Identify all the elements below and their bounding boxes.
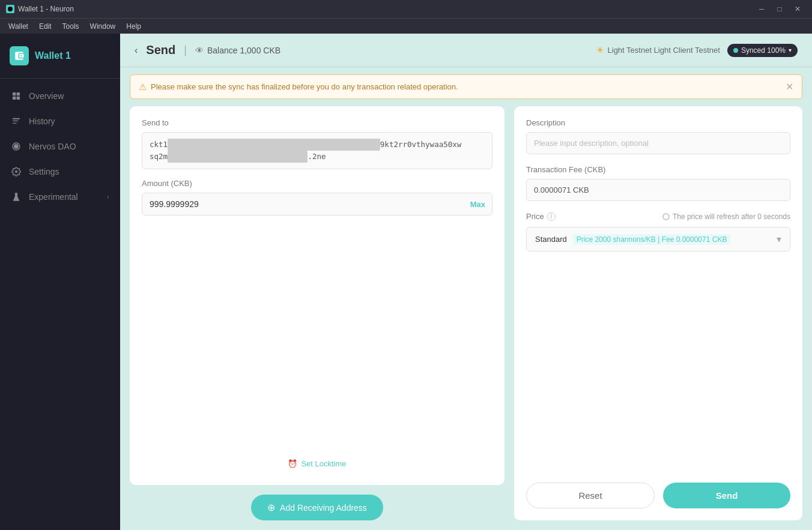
svg-rect-7 (13, 123, 17, 124)
chevron-down-icon: ▾ (777, 233, 781, 245)
address-part4: .2ne (308, 152, 326, 161)
address-blurred-2 (168, 151, 308, 163)
address-display: ckt1 9kt2rr0vthywaa50xw sq2m .2ne (142, 132, 492, 169)
sidebar-item-nervos-dao-label: Nervos DAO (29, 142, 76, 151)
form-right: Description Transaction Fee (CKB) 0.0000… (514, 106, 802, 520)
menu-edit[interactable]: Edit (34, 21, 56, 32)
warning-close-button[interactable]: ✕ (786, 81, 793, 92)
nervos-dao-icon (11, 141, 22, 152)
experimental-icon (11, 191, 22, 202)
sidebar-wallet[interactable]: Wallet 1 (0, 34, 120, 79)
reset-button[interactable]: Reset (526, 483, 655, 508)
menu-window[interactable]: Window (85, 21, 121, 32)
svg-rect-2 (17, 92, 20, 95)
history-icon (11, 116, 22, 127)
send-button[interactable]: Send (663, 483, 790, 508)
main-content: ‹ Send | 👁 Balance 1,000 CKB ☀ Light Tes… (120, 34, 812, 530)
sidebar-nav: Overview History Nervos DAO Settings (0, 79, 120, 530)
menu-bar: Wallet Edit Tools Window Help (0, 18, 812, 34)
sidebar-item-history[interactable]: History (0, 109, 120, 134)
sidebar-item-history-label: History (29, 116, 55, 126)
sync-chevron: ▾ (789, 47, 792, 53)
chevron-right-icon: › (107, 193, 109, 201)
overview-icon (11, 91, 22, 101)
wallet-icon (10, 46, 29, 65)
form-area: Send to ckt1 9kt2rr0vthywaa50xw sq2m .2n… (120, 106, 812, 530)
close-button[interactable]: ✕ (789, 2, 806, 16)
refresh-radio (662, 213, 670, 220)
address-part2: 9kt2rr0vthywaa50xw (380, 140, 461, 149)
sync-status: Synced 100% (741, 46, 786, 55)
price-refresh-text: The price will refresh after 0 seconds (673, 212, 790, 221)
form-left: Send to ckt1 9kt2rr0vthywaa50xw sq2m .2n… (130, 106, 504, 520)
svg-rect-3 (13, 97, 16, 100)
plus-circle-icon: ⊕ (267, 502, 275, 513)
tx-fee-field: Transaction Fee (CKB) 0.0000071 CKB (526, 165, 790, 201)
amount-field: Amount (CKB) Max (142, 179, 492, 215)
maximize-button[interactable]: □ (771, 2, 788, 16)
svg-rect-4 (17, 97, 20, 100)
tx-fee-value: 0.0000071 CKB (526, 179, 790, 201)
price-row: Price i The price will refresh after 0 s… (526, 212, 790, 221)
page-title: Send (146, 43, 175, 57)
send-to-field: Send to ckt1 9kt2rr0vthywaa50xw sq2m .2n… (142, 118, 492, 169)
sidebar-item-experimental-label: Experimental (29, 192, 78, 202)
description-field: Description (526, 118, 790, 154)
set-locktime-label: Set Locktime (301, 459, 346, 468)
sidebar: Wallet 1 Overview History Nervos DAO (0, 34, 120, 530)
settings-icon (11, 166, 22, 177)
sidebar-item-settings-label: Settings (29, 167, 59, 176)
wallet-name: Wallet 1 (35, 50, 71, 61)
menu-tools[interactable]: Tools (58, 21, 84, 32)
svg-point-0 (8, 7, 13, 11)
clock-icon: ⏰ (288, 459, 297, 468)
sidebar-item-overview[interactable]: Overview (0, 83, 120, 109)
balance-display: Balance 1,000 CKB (207, 46, 280, 55)
add-address-label: Add Receiving Address (280, 503, 367, 513)
app-icon (6, 5, 14, 13)
price-label-text: Price (526, 212, 544, 221)
main-header: ‹ Send | 👁 Balance 1,000 CKB ☀ Light Tes… (120, 34, 812, 67)
address-blurred-1 (168, 139, 380, 151)
amount-input[interactable] (142, 193, 492, 215)
warning-icon: ⚠ (139, 82, 147, 92)
sidebar-item-nervos-dao[interactable]: Nervos DAO (0, 134, 120, 159)
amount-label: Amount (CKB) (142, 179, 492, 188)
sidebar-item-overview-label: Overview (29, 91, 64, 101)
right-form-card: Description Transaction Fee (CKB) 0.0000… (514, 106, 802, 520)
address-part3: sq2m (150, 152, 168, 161)
menu-wallet[interactable]: Wallet (4, 21, 33, 32)
window-title: Wallet 1 - Neuron (18, 5, 74, 13)
sidebar-item-experimental[interactable]: Experimental › (0, 184, 120, 209)
description-label: Description (526, 118, 790, 127)
eye-icon: 👁 (195, 46, 204, 55)
warning-banner: ⚠ Please make sure the sync has finalize… (130, 74, 802, 99)
network-name: Light Testnet Light Client Testnet (608, 46, 720, 55)
tx-fee-label: Transaction Fee (CKB) (526, 165, 790, 174)
menu-help[interactable]: Help (121, 21, 146, 32)
send-form-card: Send to ckt1 9kt2rr0vthywaa50xw sq2m .2n… (130, 106, 504, 485)
warning-message: Please make sure the sync has finalized … (151, 82, 458, 91)
add-receiving-address-button[interactable]: ⊕ Add Receiving Address (251, 495, 383, 520)
address-part1: ckt1 (150, 140, 168, 149)
sun-icon: ☀ (596, 44, 604, 56)
price-info-icon: i (547, 212, 556, 221)
back-button[interactable]: ‹ (135, 45, 138, 56)
max-button[interactable]: Max (470, 200, 485, 209)
right-actions: Reset Send (526, 471, 790, 508)
title-bar: Wallet 1 - Neuron ─ □ ✕ (0, 0, 812, 18)
svg-rect-1 (13, 92, 16, 95)
sync-dot (733, 48, 738, 53)
sync-badge: Synced 100% ▾ (727, 44, 798, 57)
set-locktime-button[interactable]: ⏰ Set Locktime (142, 454, 492, 473)
svg-rect-6 (13, 121, 18, 121)
sidebar-item-settings[interactable]: Settings (0, 159, 120, 184)
price-option-label: Standard (535, 235, 567, 244)
price-detail-tag: Price 2000 shannons/KB | Fee 0.0000071 C… (573, 234, 731, 245)
minimize-button[interactable]: ─ (753, 2, 770, 16)
network-info: ☀ Light Testnet Light Client Testnet (596, 44, 720, 56)
description-input[interactable] (526, 132, 790, 154)
price-select-dropdown[interactable]: Standard Price 2000 shannons/KB | Fee 0.… (526, 227, 790, 251)
send-to-label: Send to (142, 118, 492, 127)
svg-rect-5 (13, 118, 20, 119)
